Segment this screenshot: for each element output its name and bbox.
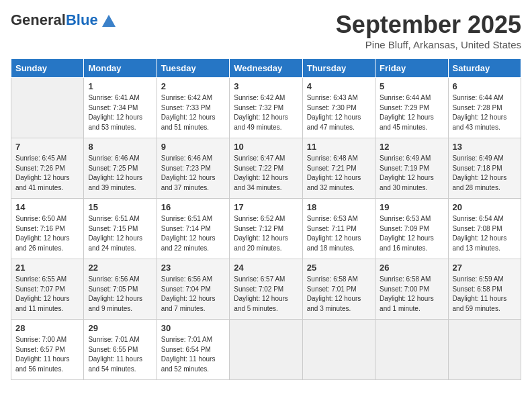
calendar-cell: 19Sunrise: 6:53 AM Sunset: 7:09 PM Dayli… [375, 199, 448, 259]
calendar-cell: 15Sunrise: 6:51 AM Sunset: 7:15 PM Dayli… [84, 199, 157, 259]
calendar-cell: 25Sunrise: 6:58 AM Sunset: 7:01 PM Dayli… [302, 259, 375, 320]
day-number: 11 [307, 142, 371, 152]
svg-marker-0 [102, 15, 116, 27]
day-number: 5 [380, 81, 443, 91]
logo-blue: Blue [66, 11, 98, 28]
calendar-cell: 24Sunrise: 6:57 AM Sunset: 7:02 PM Dayli… [230, 259, 302, 320]
week-row-2: 7Sunrise: 6:45 AM Sunset: 7:26 PM Daylig… [11, 138, 521, 199]
calendar-cell [375, 320, 448, 380]
day-info: Sunrise: 6:44 AM Sunset: 7:29 PM Dayligh… [380, 93, 443, 132]
day-number: 10 [234, 142, 298, 152]
day-info: Sunrise: 6:49 AM Sunset: 7:18 PM Dayligh… [453, 154, 517, 193]
day-info: Sunrise: 6:48 AM Sunset: 7:21 PM Dayligh… [307, 154, 371, 193]
calendar-cell: 14Sunrise: 6:50 AM Sunset: 7:16 PM Dayli… [11, 199, 84, 259]
month-title: September 2025 [336, 11, 521, 39]
location: Pine Bluff, Arkansas, United States [336, 39, 521, 50]
calendar-cell: 10Sunrise: 6:47 AM Sunset: 7:22 PM Dayli… [230, 138, 302, 199]
calendar-cell: 3Sunrise: 6:42 AM Sunset: 7:32 PM Daylig… [230, 78, 302, 138]
calendar-cell [448, 320, 521, 380]
calendar-cell: 6Sunrise: 6:44 AM Sunset: 7:28 PM Daylig… [448, 78, 521, 138]
day-info: Sunrise: 6:51 AM Sunset: 7:15 PM Dayligh… [88, 214, 152, 253]
day-number: 20 [453, 202, 517, 212]
page-header: GeneralBlue September 2025 Pine Bluff, A… [11, 11, 521, 50]
day-info: Sunrise: 6:43 AM Sunset: 7:30 PM Dayligh… [307, 93, 371, 132]
day-info: Sunrise: 6:41 AM Sunset: 7:34 PM Dayligh… [88, 93, 152, 132]
day-info: Sunrise: 6:53 AM Sunset: 7:11 PM Dayligh… [307, 214, 371, 253]
day-number: 25 [307, 263, 371, 273]
calendar-cell: 30Sunrise: 7:01 AM Sunset: 6:54 PM Dayli… [157, 320, 229, 380]
calendar-cell: 11Sunrise: 6:48 AM Sunset: 7:21 PM Dayli… [302, 138, 375, 199]
header-thursday: Thursday [302, 59, 375, 78]
calendar-header-row: SundayMondayTuesdayWednesdayThursdayFrid… [11, 59, 521, 78]
week-row-4: 21Sunrise: 6:55 AM Sunset: 7:07 PM Dayli… [11, 259, 521, 320]
day-info: Sunrise: 6:42 AM Sunset: 7:32 PM Dayligh… [234, 93, 298, 132]
day-number: 7 [15, 142, 79, 152]
day-number: 8 [88, 142, 152, 152]
day-number: 14 [15, 202, 79, 212]
day-number: 30 [161, 323, 225, 333]
calendar-cell: 1Sunrise: 6:41 AM Sunset: 7:34 PM Daylig… [84, 78, 157, 138]
calendar-cell: 21Sunrise: 6:55 AM Sunset: 7:07 PM Dayli… [11, 259, 84, 320]
day-number: 9 [161, 142, 225, 152]
header-saturday: Saturday [448, 59, 521, 78]
day-info: Sunrise: 6:59 AM Sunset: 6:58 PM Dayligh… [453, 275, 517, 314]
day-info: Sunrise: 6:55 AM Sunset: 7:07 PM Dayligh… [15, 275, 79, 314]
day-info: Sunrise: 6:50 AM Sunset: 7:16 PM Dayligh… [15, 214, 79, 253]
logo: GeneralBlue [11, 11, 118, 30]
day-info: Sunrise: 6:57 AM Sunset: 7:02 PM Dayligh… [234, 275, 298, 314]
day-number: 18 [307, 202, 371, 212]
day-info: Sunrise: 6:47 AM Sunset: 7:22 PM Dayligh… [234, 154, 298, 193]
day-info: Sunrise: 6:45 AM Sunset: 7:26 PM Dayligh… [15, 154, 79, 193]
calendar-cell [230, 320, 302, 380]
logo-general: General [11, 11, 66, 28]
day-number: 3 [234, 81, 298, 91]
day-info: Sunrise: 6:46 AM Sunset: 7:25 PM Dayligh… [88, 154, 152, 193]
day-number: 23 [161, 263, 225, 273]
header-friday: Friday [375, 59, 448, 78]
day-number: 26 [380, 263, 443, 273]
calendar-cell: 20Sunrise: 6:54 AM Sunset: 7:08 PM Dayli… [448, 199, 521, 259]
calendar-cell: 8Sunrise: 6:46 AM Sunset: 7:25 PM Daylig… [84, 138, 157, 199]
day-number: 6 [453, 81, 517, 91]
title-block: September 2025 Pine Bluff, Arkansas, Uni… [336, 11, 521, 50]
calendar-cell: 18Sunrise: 6:53 AM Sunset: 7:11 PM Dayli… [302, 199, 375, 259]
day-number: 13 [453, 142, 517, 152]
calendar-cell: 13Sunrise: 6:49 AM Sunset: 7:18 PM Dayli… [448, 138, 521, 199]
header-wednesday: Wednesday [230, 59, 302, 78]
day-number: 16 [161, 202, 225, 212]
calendar-table: SundayMondayTuesdayWednesdayThursdayFrid… [11, 58, 521, 380]
calendar-cell: 5Sunrise: 6:44 AM Sunset: 7:29 PM Daylig… [375, 78, 448, 138]
calendar-cell [302, 320, 375, 380]
week-row-5: 28Sunrise: 7:00 AM Sunset: 6:57 PM Dayli… [11, 320, 521, 380]
day-info: Sunrise: 6:58 AM Sunset: 7:00 PM Dayligh… [380, 275, 443, 314]
calendar-cell: 16Sunrise: 6:51 AM Sunset: 7:14 PM Dayli… [157, 199, 229, 259]
day-number: 17 [234, 202, 298, 212]
week-row-1: 1Sunrise: 6:41 AM Sunset: 7:34 PM Daylig… [11, 78, 521, 138]
header-tuesday: Tuesday [157, 59, 229, 78]
logo-icon [99, 11, 118, 30]
calendar-cell: 26Sunrise: 6:58 AM Sunset: 7:00 PM Dayli… [375, 259, 448, 320]
week-row-3: 14Sunrise: 6:50 AM Sunset: 7:16 PM Dayli… [11, 199, 521, 259]
calendar-cell: 17Sunrise: 6:52 AM Sunset: 7:12 PM Dayli… [230, 199, 302, 259]
day-info: Sunrise: 6:58 AM Sunset: 7:01 PM Dayligh… [307, 275, 371, 314]
day-number: 21 [15, 263, 79, 273]
day-number: 4 [307, 81, 371, 91]
calendar-cell: 9Sunrise: 6:46 AM Sunset: 7:23 PM Daylig… [157, 138, 229, 199]
calendar-cell: 22Sunrise: 6:56 AM Sunset: 7:05 PM Dayli… [84, 259, 157, 320]
calendar-cell: 2Sunrise: 6:42 AM Sunset: 7:33 PM Daylig… [157, 78, 229, 138]
calendar-cell: 23Sunrise: 6:56 AM Sunset: 7:04 PM Dayli… [157, 259, 229, 320]
day-info: Sunrise: 6:56 AM Sunset: 7:04 PM Dayligh… [161, 275, 225, 314]
day-info: Sunrise: 6:56 AM Sunset: 7:05 PM Dayligh… [88, 275, 152, 314]
calendar-cell [11, 78, 84, 138]
day-number: 27 [453, 263, 517, 273]
day-info: Sunrise: 6:53 AM Sunset: 7:09 PM Dayligh… [380, 214, 443, 253]
day-info: Sunrise: 6:44 AM Sunset: 7:28 PM Dayligh… [453, 93, 517, 132]
day-info: Sunrise: 6:51 AM Sunset: 7:14 PM Dayligh… [161, 214, 225, 253]
calendar-cell: 29Sunrise: 7:01 AM Sunset: 6:55 PM Dayli… [84, 320, 157, 380]
day-info: Sunrise: 6:46 AM Sunset: 7:23 PM Dayligh… [161, 154, 225, 193]
calendar-cell: 4Sunrise: 6:43 AM Sunset: 7:30 PM Daylig… [302, 78, 375, 138]
day-number: 19 [380, 202, 443, 212]
day-number: 1 [88, 81, 152, 91]
day-number: 12 [380, 142, 443, 152]
day-number: 28 [15, 323, 79, 333]
